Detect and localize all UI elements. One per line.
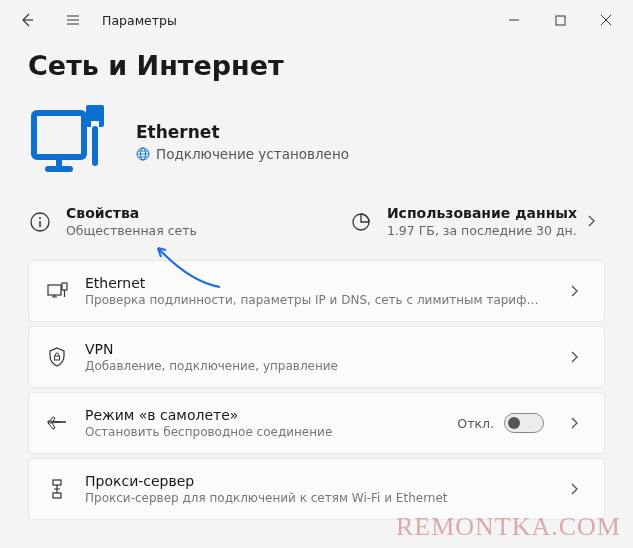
svg-rect-11	[55, 356, 60, 360]
data-usage-title: Использование данных	[387, 205, 577, 221]
properties-title: Свойства	[66, 205, 197, 221]
setting-vpn[interactable]: VPN Добавление, подключение, управление	[28, 326, 605, 388]
data-usage-icon	[349, 211, 373, 233]
svg-rect-1	[34, 113, 84, 157]
chevron-right-icon	[560, 480, 588, 499]
info-icon	[28, 211, 52, 233]
data-usage-sub: 1.97 ГБ, за последние 30 дн.	[387, 223, 577, 238]
close-button[interactable]	[583, 4, 629, 36]
svg-rect-10	[62, 283, 67, 290]
svg-point-7	[39, 217, 41, 219]
svg-rect-0	[556, 16, 565, 25]
properties-sub: Общественная сеть	[66, 223, 197, 238]
ethernet-icon	[45, 280, 69, 302]
svg-rect-13	[53, 493, 61, 498]
connection-hero: Ethernet Подключение установлено	[28, 99, 605, 185]
svg-rect-9	[48, 285, 61, 295]
chevron-right-icon	[577, 212, 605, 231]
setting-ethernet[interactable]: Ethernet Проверка подлинности, параметры…	[28, 260, 605, 322]
titlebar: Параметры	[0, 0, 633, 40]
back-button[interactable]	[4, 4, 50, 36]
svg-rect-12	[53, 480, 61, 485]
properties-card[interactable]: Свойства Общественная сеть	[28, 205, 349, 238]
airplane-icon	[45, 412, 69, 434]
page-title: Сеть и Интернет	[28, 50, 605, 81]
connection-status: Подключение установлено	[136, 146, 349, 162]
chevron-right-icon	[560, 282, 588, 301]
data-usage-card[interactable]: Использование данных 1.97 ГБ, за последн…	[349, 205, 577, 238]
airplane-toggle[interactable]	[504, 413, 544, 433]
menu-button[interactable]	[50, 4, 96, 36]
chevron-right-icon	[560, 414, 588, 433]
setting-proxy[interactable]: Прокси-сервер Прокси-сервер для подключе…	[28, 458, 605, 520]
shield-lock-icon	[45, 346, 69, 368]
proxy-icon	[45, 478, 69, 500]
minimize-button[interactable]	[491, 4, 537, 36]
window-title: Параметры	[102, 13, 177, 28]
maximize-button[interactable]	[537, 4, 583, 36]
connection-name: Ethernet	[136, 122, 349, 142]
toggle-label: Откл.	[457, 416, 494, 431]
globe-icon	[136, 147, 150, 161]
chevron-right-icon	[560, 348, 588, 367]
setting-airplane-mode[interactable]: Режим «в самолете» Остановить беспроводн…	[28, 392, 605, 454]
ethernet-computer-icon	[28, 99, 114, 185]
